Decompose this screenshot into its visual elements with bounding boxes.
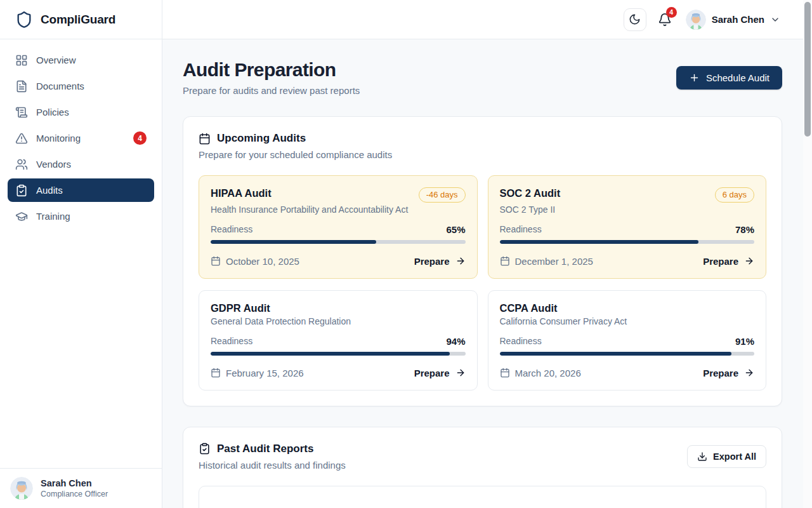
file-text-icon: [15, 80, 28, 93]
scrollbar-thumb[interactable]: [804, 2, 811, 137]
app-window: CompliGuard Overview Documents Policies …: [0, 0, 812, 508]
readiness-label: Readiness: [211, 224, 252, 234]
sidebar-item-label: Monitoring: [36, 133, 81, 144]
arrow-right-icon: [744, 256, 754, 266]
audit-name: SOC 2 Audit: [500, 187, 561, 199]
readiness-label: Readiness: [500, 336, 542, 346]
graduation-cap-icon: [15, 210, 28, 223]
days-badge: -46 days: [419, 187, 466, 203]
sidebar-item-label: Vendors: [36, 159, 71, 170]
sidebar-item-policies[interactable]: Policies: [8, 100, 154, 124]
schedule-audit-button[interactable]: Schedule Audit: [676, 66, 782, 90]
schedule-audit-label: Schedule Audit: [706, 72, 769, 83]
audit-card-gdpr-audit: GDPR Audit General Data Protection Regul…: [199, 290, 478, 391]
sidebar: CompliGuard Overview Documents Policies …: [0, 0, 162, 508]
scroll-text-icon: [15, 106, 28, 119]
clipboard-check-icon: [199, 443, 211, 455]
prepare-link[interactable]: Prepare: [414, 256, 466, 267]
main-area: 4 Sarah Chen Audit Preparation Prepare f…: [162, 0, 812, 508]
readiness-progress-fill: [500, 240, 698, 244]
prepare-link[interactable]: Prepare: [414, 368, 466, 378]
audit-name: GDPR Audit: [211, 302, 270, 314]
user-menu[interactable]: Sarah Chen: [686, 10, 780, 30]
sidebar-item-label: Documents: [36, 81, 84, 91]
calendar-icon: [211, 368, 221, 378]
users-icon: [15, 158, 28, 171]
audit-description: California Consumer Privacy Act: [500, 316, 755, 326]
notifications-button[interactable]: 4: [658, 13, 672, 27]
audit-description: General Data Protection Regulation: [211, 316, 466, 326]
sidebar-user-role: Compliance Officer: [41, 490, 108, 498]
app-name: CompliGuard: [41, 13, 115, 27]
layout-grid-icon: [15, 54, 28, 67]
export-all-label: Export All: [713, 451, 756, 462]
sidebar-user-card[interactable]: Sarah Chen Compliance Officer: [0, 468, 162, 508]
calendar-icon: [500, 368, 510, 378]
avatar: [10, 477, 33, 500]
page-content: Audit Preparation Prepare for audits and…: [162, 39, 812, 508]
readiness-progress-fill: [500, 352, 731, 356]
sidebar-item-label: Training: [36, 211, 70, 222]
sidebar-item-label: Overview: [36, 55, 76, 65]
audit-name: HIPAA Audit: [211, 187, 272, 199]
theme-toggle-button[interactable]: [624, 8, 646, 31]
audit-date: October 10, 2025: [211, 256, 299, 267]
sidebar-item-label: Audits: [36, 185, 63, 196]
past-reports-list: [199, 486, 766, 508]
header-user-name: Sarah Chen: [712, 14, 764, 25]
readiness-progress-fill: [211, 240, 376, 244]
prepare-link[interactable]: Prepare: [703, 256, 754, 267]
sidebar-user-name: Sarah Chen: [41, 478, 108, 488]
audit-date: February 15, 2026: [211, 368, 304, 378]
sidebar-item-label: Policies: [36, 107, 69, 117]
audit-grid: HIPAA Audit -46 days Health Insurance Po…: [199, 175, 766, 391]
sidebar-item-audits[interactable]: Audits: [8, 178, 154, 202]
calendar-icon: [211, 256, 221, 266]
page-subtitle: Prepare for audits and review past repor…: [183, 85, 360, 96]
readiness-value: 65%: [446, 224, 465, 235]
audit-card-ccpa-audit: CCPA Audit California Consumer Privacy A…: [488, 290, 767, 391]
audit-name: CCPA Audit: [500, 302, 558, 314]
sidebar-item-monitoring[interactable]: Monitoring 4: [8, 126, 154, 150]
readiness-progressbar: [500, 352, 755, 356]
arrow-right-icon: [455, 368, 466, 378]
upcoming-audits-title: Upcoming Audits: [217, 132, 306, 145]
readiness-value: 78%: [735, 224, 754, 235]
readiness-value: 94%: [446, 336, 465, 347]
sidebar-item-badge: 4: [133, 131, 147, 145]
clipboard-check-icon: [15, 184, 28, 197]
readiness-progress-fill: [211, 352, 450, 356]
past-reports-title: Past Audit Reports: [217, 443, 313, 455]
app-logo: CompliGuard: [0, 0, 162, 39]
plus-icon: [689, 72, 700, 83]
sidebar-item-overview[interactable]: Overview: [8, 48, 154, 72]
audit-date: December 1, 2025: [500, 256, 593, 267]
prepare-link[interactable]: Prepare: [703, 368, 754, 378]
moon-icon: [629, 13, 641, 25]
calendar-icon: [500, 256, 510, 266]
arrow-right-icon: [744, 368, 754, 378]
sidebar-nav: Overview Documents Policies Monitoring 4…: [0, 39, 162, 239]
readiness-progressbar: [211, 352, 466, 356]
sidebar-item-vendors[interactable]: Vendors: [8, 152, 154, 176]
chevron-down-icon: [770, 15, 780, 25]
scrollbar[interactable]: [803, 0, 812, 508]
sidebar-item-training[interactable]: Training: [8, 204, 154, 228]
audit-description: SOC 2 Type II: [500, 204, 755, 215]
shield-icon: [15, 11, 33, 29]
days-badge: 6 days: [715, 187, 754, 203]
alert-triangle-icon: [15, 132, 28, 145]
top-bar: 4 Sarah Chen: [162, 0, 812, 39]
audit-card-hipaa-audit: HIPAA Audit -46 days Health Insurance Po…: [199, 175, 478, 279]
export-all-button[interactable]: Export All: [687, 445, 766, 468]
download-icon: [697, 451, 707, 462]
notification-badge: 4: [666, 7, 677, 18]
readiness-progressbar: [211, 240, 466, 244]
calendar-icon: [199, 133, 211, 145]
upcoming-audits-subtitle: Prepare for your scheduled compliance au…: [199, 149, 392, 160]
readiness-value: 91%: [735, 336, 754, 347]
upcoming-audits-section: Upcoming Audits Prepare for your schedul…: [183, 116, 782, 406]
readiness-label: Readiness: [211, 336, 252, 346]
sidebar-item-documents[interactable]: Documents: [8, 74, 154, 98]
arrow-right-icon: [455, 256, 466, 266]
